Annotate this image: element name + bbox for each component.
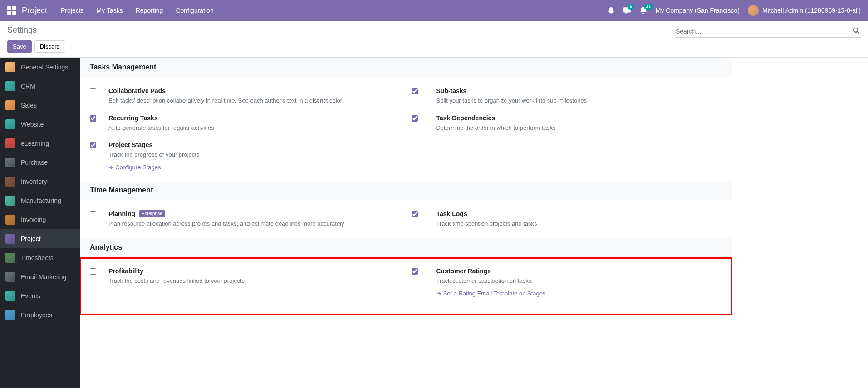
section-analytics-header: Analytics [80, 238, 732, 257]
setting-title: Profitability [108, 267, 401, 275]
setting-title: Sub-tasks [436, 87, 722, 94]
sidebar-item-label: Sales [21, 102, 37, 109]
messages-badge: 5 [628, 4, 635, 10]
sidebar-item-label: Employees [21, 311, 52, 319]
sidebar-item-email-marketing[interactable]: Email Marketing [0, 267, 80, 286]
setting-desc: Plan resource allocation across projets … [108, 219, 401, 228]
activities-icon[interactable]: 31 [639, 6, 647, 15]
debug-icon[interactable] [608, 7, 615, 14]
checkbox-task-dependencies[interactable] [412, 115, 418, 122]
checkbox-customer-ratings[interactable] [412, 268, 418, 275]
users-icon [5, 310, 15, 320]
control-panel: Settings Save Discard [0, 21, 868, 58]
sidebar-item-invoicing[interactable]: Invoicing [0, 210, 80, 229]
ticket-icon [5, 291, 15, 301]
link-configure-stages[interactable]: ➔ Configure Stages [108, 164, 401, 171]
setting-title: Planning Enterprise [108, 210, 401, 217]
sidebar-item-inventory[interactable]: Inventory [0, 172, 80, 191]
link-label: Configure Stages [115, 164, 161, 171]
company-selector[interactable]: My Company (San Francisco) [656, 7, 740, 14]
envelope-icon [5, 272, 15, 282]
setting-desc: Track time spent on projects and tasks [436, 219, 722, 228]
sidebar-item-elearning[interactable]: eLearning [0, 134, 80, 153]
nav-configuration[interactable]: Configuration [176, 7, 213, 14]
enterprise-badge: Enterprise [139, 210, 165, 217]
setting-collaborative-pads: Collaborative Pads Edit tasks' descripti… [84, 83, 406, 110]
discard-button[interactable]: Discard [34, 40, 65, 53]
sidebar-item-label: Project [21, 235, 41, 242]
sidebar-item-website[interactable]: Website [0, 115, 80, 134]
link-rating-template[interactable]: ➔ Set a Rating Email Template on Stages [436, 290, 722, 297]
apps-icon[interactable] [7, 6, 16, 15]
setting-desc: Track the costs and revenues linked to y… [108, 276, 401, 286]
arrow-right-icon: ➔ [108, 164, 113, 171]
setting-customer-ratings: Customer Ratings Track customer satisfac… [406, 263, 728, 301]
setting-title: Recurring Tasks [108, 114, 401, 122]
setting-title: Task Dependencies [436, 114, 722, 122]
setting-recurring-tasks: Recurring Tasks Auto-generate tasks for … [84, 110, 406, 137]
sidebar-item-project[interactable]: Project [0, 229, 80, 248]
sidebar-item-timesheets[interactable]: Timesheets [0, 248, 80, 267]
checkbox-sub-tasks[interactable] [412, 88, 418, 94]
setting-desc: Determine the order in which to perform … [436, 123, 722, 133]
setting-desc: Split your tasks to organize your work i… [436, 96, 722, 105]
globe-icon [5, 119, 15, 129]
settings-sidebar: General Settings CRM Sales Website eLear… [0, 58, 80, 388]
setting-profitability: Profitability Track the costs and revenu… [84, 263, 406, 301]
nav-reporting[interactable]: Reporting [136, 7, 163, 14]
setting-desc: Track customer satisfaction on tasks [436, 276, 722, 286]
sidebar-item-events[interactable]: Events [0, 286, 80, 305]
setting-task-dependencies: Task Dependencies Determine the order in… [406, 110, 728, 137]
sidebar-item-label: eLearning [21, 140, 49, 147]
sidebar-item-label: Timesheets [21, 254, 54, 261]
setting-title: Customer Ratings [436, 267, 722, 275]
setting-task-logs: Task Logs Track time spent on projects a… [406, 206, 728, 233]
sidebar-item-sales[interactable]: Sales [0, 96, 80, 115]
checkbox-profitability[interactable] [90, 268, 96, 275]
setting-desc: Edit tasks' description collaboratively … [108, 96, 401, 105]
clock-icon [5, 253, 15, 263]
sidebar-item-employees[interactable]: Employees [0, 305, 80, 325]
sidebar-item-manufacturing[interactable]: Manufacturing [0, 191, 80, 210]
avatar [748, 5, 759, 16]
user-menu[interactable]: Mitchell Admin (11286969-15-0-all) [748, 5, 861, 16]
checkbox-collaborative-pads[interactable] [90, 88, 96, 94]
checkbox-project-stages[interactable] [90, 142, 96, 148]
chart-icon [5, 100, 15, 110]
top-nav: Project Projects My Tasks Reporting Conf… [0, 0, 868, 21]
section-tasks-header: Tasks Management [80, 58, 732, 77]
setting-title: Project Stages [108, 141, 401, 148]
book-icon [5, 138, 15, 148]
save-button[interactable]: Save [7, 40, 32, 53]
gear-icon [5, 62, 15, 72]
checklist-icon [5, 234, 15, 244]
search-input[interactable] [675, 25, 861, 38]
sidebar-item-purchase[interactable]: Purchase [0, 153, 80, 172]
sidebar-item-label: Purchase [21, 159, 48, 166]
settings-content: Tasks Management Collaborative Pads Edit… [80, 58, 868, 388]
sidebar-item-label: Email Marketing [21, 273, 66, 281]
sidebar-item-general[interactable]: General Settings [0, 58, 80, 77]
page-title: Settings [7, 25, 65, 35]
setting-planning: Planning Enterprise Plan resource alloca… [84, 206, 406, 233]
link-label: Set a Rating Email Template on Stages [443, 290, 546, 297]
checkbox-planning[interactable] [90, 211, 96, 217]
checkbox-task-logs[interactable] [412, 211, 418, 217]
nav-my-tasks[interactable]: My Tasks [97, 7, 123, 14]
search-icon[interactable] [853, 27, 860, 35]
user-name: Mitchell Admin (11286969-15-0-all) [762, 7, 861, 14]
app-brand[interactable]: Project [22, 6, 47, 15]
sidebar-item-label: CRM [21, 83, 35, 90]
box-icon [5, 177, 15, 187]
file-icon [5, 215, 15, 225]
setting-desc: Auto-generate tasks for regular activiti… [108, 123, 401, 133]
activities-badge: 31 [644, 4, 653, 10]
topnav-menu: Projects My Tasks Reporting Configuratio… [61, 7, 214, 14]
sidebar-item-label: Inventory [21, 178, 47, 185]
sidebar-item-label: Invoicing [21, 216, 46, 223]
sidebar-item-crm[interactable]: CRM [0, 77, 80, 96]
nav-projects[interactable]: Projects [61, 7, 84, 14]
checkbox-recurring-tasks[interactable] [90, 115, 96, 122]
messages-icon[interactable]: 5 [623, 6, 631, 15]
cart-icon [5, 158, 15, 167]
